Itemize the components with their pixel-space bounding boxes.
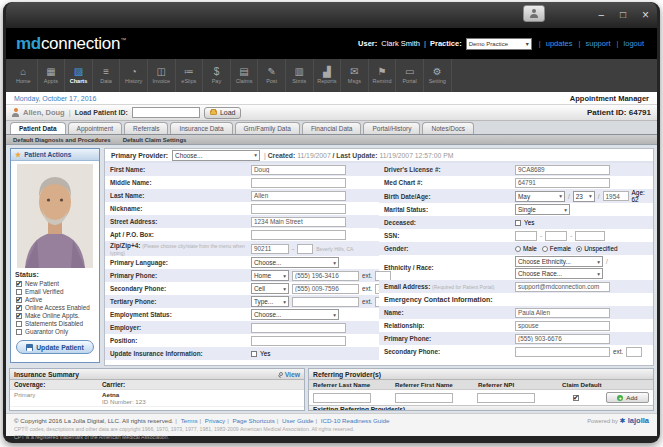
status-checkbox-row[interactable]: Online Access Enabled [11, 303, 99, 311]
maximize-icon[interactable]: □ [620, 10, 626, 20]
tab[interactable]: Referrals [124, 122, 168, 134]
employment-status-select[interactable]: Choose... [251, 309, 339, 320]
gender-radio-option[interactable]: Male [515, 245, 537, 252]
position-input[interactable] [251, 336, 346, 346]
checkbox[interactable] [16, 321, 22, 327]
toolbar-item[interactable]: ◔ History [120, 59, 148, 92]
zip-input[interactable] [251, 244, 289, 254]
header-link[interactable]: support [575, 39, 613, 48]
header-link[interactable]: updates [536, 39, 576, 48]
current-date-link[interactable]: Monday, October 17, 2016 [14, 95, 96, 102]
email-input[interactable] [515, 282, 610, 292]
secondary-phone-type-select[interactable]: Cell [251, 283, 289, 294]
toolbar-item[interactable]: ≔ eSlips [176, 59, 204, 92]
toolbar-item[interactable]: ⌂ Home [10, 59, 38, 92]
toolbar-item[interactable]: ⚑ Remind [369, 59, 397, 92]
titlebar-user-button[interactable] [523, 5, 545, 22]
nickname-input[interactable] [251, 204, 346, 214]
tab[interactable]: Appointment [68, 122, 123, 134]
drivers-license-input[interactable] [515, 165, 610, 175]
birth-year-input[interactable] [603, 191, 629, 201]
primary-language-select[interactable]: Choose... [251, 257, 339, 268]
status-checkbox-row[interactable]: Active [11, 295, 99, 303]
street-address-input[interactable] [251, 217, 346, 227]
toolbar-item[interactable]: ▨ Charts [65, 59, 93, 92]
birth-month-select[interactable]: May [515, 191, 565, 202]
marital-status-select[interactable]: Single [515, 204, 570, 215]
birth-day-select[interactable]: 23 [573, 191, 595, 202]
checkbox[interactable] [16, 305, 22, 311]
referrer-first-name-input[interactable] [395, 393, 453, 403]
footer-link[interactable]: ICD-10 Readiness Guide [313, 417, 389, 424]
emergency-name-input[interactable] [515, 308, 610, 318]
toolbar-item[interactable]: ⚙ Setting [424, 59, 452, 92]
footer-link[interactable]: Privacy [198, 417, 226, 424]
status-checkbox-row[interactable]: Guarantor Only [11, 327, 99, 335]
claim-default-checkbox[interactable] [573, 395, 579, 401]
footer-link[interactable]: Terms [173, 417, 197, 424]
emergency-secondary-phone-ext-input[interactable] [626, 347, 642, 357]
primary-phone-input[interactable] [292, 271, 359, 281]
tab[interactable]: Grn/Family Data [235, 122, 300, 134]
radio-button[interactable] [542, 246, 548, 252]
toolbar-item[interactable]: $ Pay [203, 59, 231, 92]
appointment-manager-label[interactable]: Appointment Manager [570, 94, 649, 103]
ethnicity-select[interactable]: Choose Ethnicity... [515, 256, 603, 267]
load-button[interactable]: Load [204, 107, 242, 119]
toolbar-item[interactable]: ✉ Msgs [341, 59, 369, 92]
radio-button[interactable] [576, 246, 582, 252]
header-link[interactable]: logout [614, 39, 647, 48]
primary-provider-select[interactable]: Choose... [172, 150, 260, 161]
sub-link[interactable]: Default Claim Settings [123, 137, 187, 143]
minimize-icon[interactable]: – [598, 10, 604, 20]
secondary-phone-input[interactable] [292, 284, 359, 294]
checkbox[interactable] [16, 289, 22, 295]
gender-radio-option[interactable]: Unspecified [576, 245, 617, 252]
tab[interactable]: Financial Data [302, 122, 362, 134]
footer-link[interactable]: Page Shortcuts [225, 417, 275, 424]
insurance-row[interactable]: Secondary -- [10, 407, 304, 411]
tab[interactable]: Portal/History [363, 122, 420, 134]
checkbox[interactable] [16, 281, 22, 287]
toolbar-item[interactable]: ▟ Reports [314, 59, 342, 92]
insurance-row[interactable]: Primary AetnaID Number: 123 [10, 390, 304, 407]
status-checkbox-row[interactable]: Email Verified [11, 287, 99, 295]
add-referrer-button[interactable]: + Add [606, 392, 649, 403]
tab[interactable]: Notes/Docs [422, 122, 474, 134]
insurance-view-link[interactable]: View [279, 371, 300, 378]
footer-link[interactable]: User Guide [275, 417, 314, 424]
update-insurance-checkbox[interactable] [251, 351, 257, 357]
apt-po-box-input[interactable] [251, 230, 346, 240]
gender-radio-option[interactable]: Female [542, 245, 571, 252]
patient-actions-header[interactable]: ★ Patient Actions [11, 149, 99, 161]
radio-button[interactable] [515, 246, 521, 252]
deceased-checkbox[interactable] [515, 220, 521, 226]
race-select[interactable]: Choose Race... [515, 268, 603, 279]
toolbar-item[interactable]: ▥ Stmts [286, 59, 314, 92]
referrer-npi-input[interactable] [477, 393, 535, 403]
middle-name-input[interactable] [251, 178, 346, 188]
primary-phone-type-select[interactable]: Home [251, 270, 289, 281]
toolbar-item[interactable]: ▦ Appts [38, 59, 66, 92]
toolbar-item[interactable]: ◫ Invoice [148, 59, 176, 92]
toolbar-item[interactable]: ▭ Portal [396, 59, 424, 92]
sub-link[interactable]: Default Diagnosis and Procedures [13, 137, 111, 143]
referrer-last-name-input[interactable] [313, 393, 371, 403]
checkbox[interactable] [16, 329, 22, 335]
emergency-primary-phone-input[interactable] [515, 334, 610, 344]
status-checkbox-row[interactable]: Make Online Appts. [11, 311, 99, 319]
toolbar-item[interactable]: ≡ Data [93, 59, 121, 92]
employer-input[interactable] [251, 323, 346, 333]
load-patient-id-input[interactable] [132, 107, 200, 118]
tertiary-phone-input[interactable] [292, 297, 359, 307]
emergency-relationship-input[interactable] [515, 321, 610, 331]
ssn-part2-input[interactable] [545, 231, 567, 241]
practice-select[interactable]: Demo Practice [466, 38, 532, 50]
tab[interactable]: Patient Data [10, 122, 66, 134]
last-name-input[interactable] [251, 191, 346, 201]
med-chart-input[interactable] [515, 178, 610, 188]
zip-plus4-input[interactable] [297, 244, 313, 254]
first-name-input[interactable] [251, 165, 346, 175]
emergency-secondary-phone-input[interactable] [515, 347, 610, 357]
checkbox[interactable] [16, 297, 22, 303]
